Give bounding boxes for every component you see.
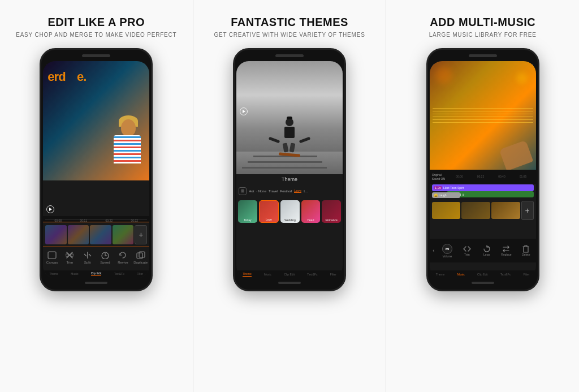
add-clip-button[interactable]: + (135, 225, 147, 244)
tab-travel[interactable]: Travel (269, 189, 278, 193)
volume-label: Volume (443, 255, 452, 258)
toolbar-replace[interactable]: Replace (496, 245, 516, 256)
theme-love-label: Love (260, 218, 279, 221)
skater-figure (279, 118, 300, 157)
phone-themes: 9:41 ●●■ (233, 48, 346, 291)
theme-romance[interactable]: Romance (322, 200, 341, 223)
phone-edit: 9:41 ●●■ erd e. (40, 48, 153, 291)
volume-knob: 89 (442, 244, 452, 254)
tab-hot[interactable]: Hot (249, 189, 254, 193)
phone-music: 9:41 ●●■ (426, 48, 539, 291)
nav-filter-3[interactable]: Filter (523, 273, 529, 276)
nav-clipedit-3[interactable]: Clip Edit (477, 273, 488, 276)
nav-music-1[interactable]: Music (71, 272, 78, 275)
play-triangle-2 (243, 110, 245, 113)
girl-shirt (114, 135, 141, 163)
toolbar-trim[interactable]: Trim (61, 251, 79, 264)
speed-icon (100, 251, 110, 260)
toolbar-trim-3[interactable]: Trim (457, 245, 477, 256)
toolbar-volume[interactable]: 89 Volume (438, 244, 457, 258)
theme-romance-label: Romance (322, 218, 341, 222)
girl-head (121, 119, 136, 136)
track-badge: 1.2x (434, 186, 442, 189)
panel-music: ADD MULTI-MUSIC LARGE MUSIC LIBRARY FOR … (386, 0, 579, 392)
theme-today-label: Today (238, 218, 257, 222)
timeline-1: + (43, 222, 149, 247)
toolbar-revive[interactable]: Revive (114, 251, 132, 264)
tab-festival[interactable]: Festival (280, 189, 292, 193)
timeline-3: + (430, 199, 536, 222)
nav-filter-1[interactable]: Filter (137, 272, 143, 275)
delete-label: Delete (522, 253, 530, 256)
tab-love[interactable]: Love (294, 189, 301, 193)
nav-filter-2[interactable]: Filter (330, 273, 336, 276)
theme-wedding-label: Wedding (280, 218, 300, 222)
video-preview-1: erd e. (43, 61, 149, 180)
toolbar-speed[interactable]: Speed (96, 251, 114, 264)
p3-thumb-3 (491, 202, 520, 219)
theme-tabs: ⊞ Hot · None Travel Festival Love L... (236, 187, 343, 195)
audio-track-1[interactable]: 1.2x Liket Town Spirit (432, 184, 534, 191)
timeline-thumb-4 (113, 225, 134, 244)
phone-music-screen: 9:41 ●●■ (430, 61, 536, 278)
panel-themes: FANTASTIC THEMES GET CREATIVE WITH WIDE … (193, 0, 387, 392)
svg-line-5 (89, 254, 91, 256)
nav-clipedit-1[interactable]: Clip Edit (91, 272, 102, 276)
trim-icon (64, 251, 75, 260)
nav-clipedit-2[interactable]: Clip Edit (284, 273, 295, 276)
canvas-icon (47, 251, 57, 260)
nav-textfx-2[interactable]: Text&Fx (307, 273, 317, 276)
svg-line-4 (84, 254, 87, 256)
nav-music-3[interactable]: Music (457, 273, 465, 276)
nav-theme-3[interactable]: Theme (436, 273, 445, 276)
audio-track-laugh[interactable]: 😄 Laugh (432, 192, 460, 198)
duplicate-icon (136, 251, 146, 260)
nav-textfx-3[interactable]: Text&Fx (500, 273, 511, 276)
tab-none[interactable]: · None (256, 189, 266, 193)
split-label: Split (84, 261, 91, 264)
theme-love[interactable]: Love (259, 200, 279, 223)
panel-music-title: ADD MULTI-MUSIC (430, 16, 535, 29)
bottom-toolbar-3: ‹ 89 Volume Trim (430, 239, 536, 262)
theme-today[interactable]: Today (238, 200, 257, 223)
video-preview-3 (430, 61, 536, 170)
toolbar-delete[interactable]: Delete (516, 245, 536, 256)
nav-textfx-1[interactable]: Text&Fx (114, 272, 124, 275)
sound-on-label: Original Sound ON (432, 173, 448, 180)
toolbar-split[interactable]: Split (79, 251, 96, 264)
panel-music-subtitle: LARGE MUSIC LIBRARY FOR FREE (429, 32, 537, 38)
tab-more[interactable]: L... (304, 189, 308, 193)
audio-track-label-1: Liket Town Spirit (443, 186, 532, 189)
loop-label: Loop (483, 253, 490, 256)
theme-heart[interactable]: Heart (301, 200, 321, 223)
bottom-nav-3: Theme Music Clip Edit Text&Fx Filter (430, 270, 536, 278)
nav-music-2[interactable]: Music (264, 273, 271, 276)
trim-label-3: Trim (464, 253, 470, 256)
phone-themes-screen: 9:41 ●●■ (236, 61, 343, 278)
toolbar-loop[interactable]: Loop (477, 245, 496, 256)
timecode-bar-1: 00:08 00:11 00:22 00:32 (43, 216, 149, 222)
play-button-2[interactable] (240, 107, 248, 115)
add-clip-button-3[interactable]: + (521, 201, 534, 220)
nav-theme-1[interactable]: Theme (49, 272, 58, 275)
phone-edit-screen: 9:41 ●●■ erd e. (43, 61, 149, 278)
panel-themes-title: FANTASTIC THEMES (231, 16, 348, 29)
theme-wedding[interactable]: Wedding (280, 200, 300, 223)
back-arrow[interactable]: ‹ (430, 248, 438, 253)
theme-grid: Today Love Wedding Heart Romance (236, 200, 343, 223)
panel-edit: EDIT LIKE A PRO EASY CHOP AND MERGE TO M… (0, 0, 193, 392)
theme-icon: ⊞ (239, 187, 247, 195)
video-text-overlay: erd e. (47, 70, 86, 84)
trim-label: Trim (66, 261, 73, 264)
play-button-1[interactable] (46, 205, 54, 213)
app-container: EDIT LIKE A PRO EASY CHOP AND MERGE TO M… (0, 0, 579, 392)
timecode-waveform: Original Sound ON 00:00 00:22 00:40 01:0… (430, 170, 536, 184)
trim-icon-3 (463, 245, 471, 253)
timeline-thumb-2 (68, 225, 89, 244)
canvas-label: Canvas (46, 261, 58, 264)
nav-theme-2[interactable]: Theme (243, 272, 252, 277)
toolbar-canvas[interactable]: Canvas (43, 251, 61, 264)
toolbar-duplicate[interactable]: Duplicate (132, 251, 149, 264)
p3-thumb-2 (461, 202, 490, 219)
bottom-nav-2: Theme Music Clip Edit Text&Fx Filter (236, 270, 343, 278)
